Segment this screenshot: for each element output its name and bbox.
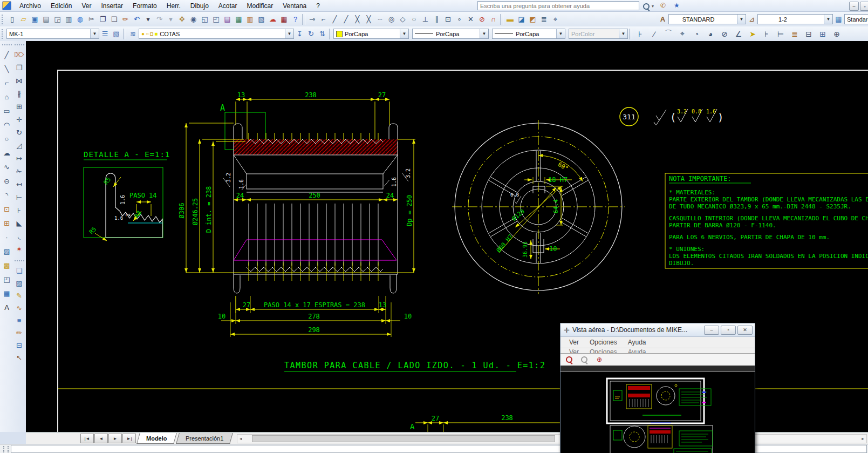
paste-icon[interactable]: ❏ [108,13,120,25]
snap-nearest-icon[interactable]: ✕ [465,13,476,25]
construction-line-icon[interactable]: ╲ [1,63,13,74]
rectangle-icon[interactable]: ▭ [1,105,13,116]
table-style-combo[interactable]: Standard [844,14,868,24]
hatch-edit-icon[interactable]: ▨ [13,278,25,288]
draworder-icon[interactable]: ❏ [13,265,25,276]
table-icon[interactable]: ▦ [1,288,13,299]
designcenter-icon[interactable]: ▦ [233,13,244,25]
attribute-sync-icon[interactable]: ↖ [13,352,25,363]
multiline-edit-icon[interactable]: ≡ [13,315,25,326]
aligned-dimension-icon[interactable]: ∕ [647,28,661,39]
menu-item[interactable]: Edición [46,1,77,11]
polygon-icon[interactable]: ⌂ [1,91,13,102]
chevron-down-icon[interactable]: ▼ [556,29,565,38]
chamfer-icon[interactable]: ◣ [13,218,25,228]
chevron-down-icon[interactable]: ▼ [90,29,99,38]
area-icon[interactable]: ◪ [516,13,527,25]
mtext-icon[interactable]: A [1,302,13,313]
snap-endpoint-icon[interactable]: ╱ [329,13,340,25]
pan-icon[interactable]: ✥ [176,13,188,25]
list-icon[interactable]: ≣ [538,13,550,25]
search-icon[interactable] [641,2,651,11]
snap-from-icon[interactable]: ⌐ [318,13,329,25]
chevron-down-icon[interactable]: ▼ [737,15,746,24]
snap-none-icon[interactable]: ⊘ [476,13,488,25]
table-style-icon[interactable]: ▦ [833,13,844,25]
ellipse-arc-icon[interactable]: ◝ [1,190,13,200]
match-properties-icon[interactable]: ✏ [120,13,131,25]
chevron-down-icon[interactable]: ▼ [400,29,408,38]
baseline-icon[interactable]: ⊧ [760,28,774,39]
sheet-set-manager-icon[interactable]: ▧ [256,13,267,25]
scroll-left-icon[interactable]: ◄ [237,435,244,442]
dim-style-combo[interactable]: 1-2▼ [757,14,833,24]
horizontal-scrollbar[interactable]: ◄ ► [237,434,867,443]
open-file-icon[interactable]: ▱ [18,13,29,25]
hatch-icon[interactable]: ▨ [1,246,13,256]
scrollbar-thumb[interactable] [252,435,555,442]
ordinate-icon[interactable]: ⌖ [675,28,689,39]
tab-modelo[interactable]: Modelo [136,433,176,444]
scroll-right-icon[interactable]: ► [859,435,866,442]
mirror-icon[interactable]: ⋈ [13,75,25,86]
tool-palettes-icon[interactable]: ▥ [244,13,256,25]
menu-item[interactable]: Insertar [96,1,128,11]
plot-preview-icon[interactable]: ◲ [52,13,63,25]
publish-icon[interactable]: ▥ [63,13,74,25]
window-restore-button[interactable]: ▫ [860,2,868,11]
aerial-view-content[interactable] [561,371,755,453]
redo-arrow-icon[interactable]: ▾ [165,13,176,25]
radius-icon[interactable]: ◔ [689,28,703,39]
tolerance-icon[interactable]: ⊞ [816,28,830,39]
aerial-menu-item[interactable]: Opciones [585,339,621,346]
point-icon[interactable]: ∙ [1,232,13,242]
prev-tab-button[interactable]: ◄ [94,434,108,443]
attribute-manager-icon[interactable]: ⊟ [13,340,25,350]
quick-dimension-icon[interactable]: ➤ [746,28,760,39]
linetype-combo[interactable]: PorCapa ▼ [412,29,489,39]
spline-icon[interactable]: ∿ [1,161,13,172]
cut-icon[interactable]: ✂ [86,13,97,25]
snap-quadrant-icon[interactable]: ◇ [397,13,408,25]
aerial-menu-item[interactable]: Ayuda [624,339,651,346]
revcloud-icon[interactable]: ☁ [1,147,13,158]
attribute-edit-icon[interactable]: ✏ [13,327,25,338]
center-mark-icon[interactable]: ⊕ [830,28,844,39]
snap-parallel-icon[interactable]: ∥ [431,13,442,25]
help-search-input[interactable] [477,1,639,10]
arc-icon[interactable]: ◠ [1,119,13,130]
distance-icon[interactable]: ▬ [504,13,516,25]
command-grip[interactable] [3,446,9,452]
text-style-icon[interactable]: A [657,13,668,25]
rotate-icon[interactable]: ↻ [13,127,25,138]
jogged-icon[interactable]: ◕ [703,28,717,39]
array-icon[interactable]: ⊞ [13,101,25,112]
menu-item[interactable]: Archivo [15,1,46,11]
first-tab-button[interactable]: |◄ [80,434,94,443]
layer-states-icon[interactable]: ≋ [127,28,139,39]
menu-item[interactable]: Ventana [278,1,311,11]
window-minimize-button[interactable]: – [849,2,859,11]
menu-item[interactable]: Modificar [242,1,278,11]
chevron-down-icon[interactable]: ▼ [824,15,832,24]
aerial-zoom-in-icon[interactable] [564,355,575,364]
undo-arrow-icon[interactable]: ▾ [142,13,154,25]
extend-icon[interactable]: ↤ [13,179,25,190]
layer-properties-icon[interactable]: ☰ [99,28,111,39]
lineweight-combo[interactable]: PorCapa ▼ [492,29,565,39]
hyperlink-icon[interactable]: ◍ [74,13,86,25]
circle-icon[interactable]: ○ [1,133,13,144]
menu-item[interactable]: Dibujo [186,1,214,11]
dim-style-icon[interactable]: ⊿ [746,13,757,25]
last-tab-button[interactable]: ►| [122,434,136,443]
locate-point-icon[interactable]: ⌖ [550,13,561,25]
spline-edit-icon[interactable]: ∿ [13,302,25,313]
aerial-minimize-button[interactable]: – [704,326,719,335]
text-style-combo[interactable]: STANDARD▼ [668,14,746,24]
zoom-window-icon[interactable]: ◱ [199,13,210,25]
copy-icon[interactable]: ❐ [97,13,108,25]
snap-intersection-icon[interactable]: ╳ [352,13,363,25]
snap-extension-icon[interactable]: ┄ [374,13,386,25]
scale-icon[interactable]: ◿ [13,140,25,151]
linear-dimension-icon[interactable]: ⊦ [633,28,647,39]
